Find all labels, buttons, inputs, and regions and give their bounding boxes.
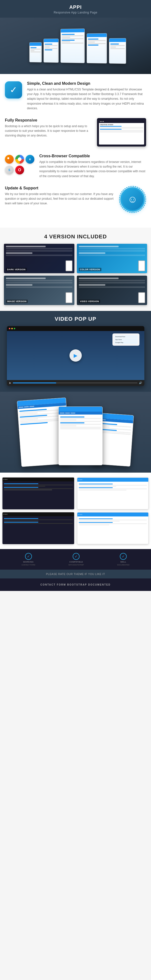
bottom-mockup-grid	[2, 477, 149, 544]
version-label-image: IMAGE VERSION	[6, 300, 28, 303]
badge-check-bootstrap: ✓	[73, 553, 80, 560]
checkmark-icon: ✓	[5, 81, 22, 99]
version-card-image: IMAGE VERSION	[4, 275, 74, 305]
feature-crossbrowser-text: Cross-Browser Compatible Appi is compati…	[39, 154, 146, 178]
video-top-bar	[7, 326, 145, 331]
version-section-title: 4 VERSION INCLUDED	[4, 234, 147, 240]
version-phone-video	[138, 292, 145, 303]
feature-crossbrowser: e S O Cross-Browser Compatible Appi is c…	[5, 154, 146, 178]
badge-sub-contact: CONTACT FORM	[22, 564, 35, 566]
feature-main-text: Simple, Clean and Modern Design Appi is …	[27, 81, 146, 111]
feature-main-body: Appi is a clean and functional HTML/CSS …	[27, 87, 146, 111]
opera-icon: O	[15, 165, 24, 175]
badge-contact-form: ✓ WORKING CONTACT FORM	[22, 553, 35, 566]
lm-card-center	[58, 406, 103, 465]
badge-documented: ✓ WELL DOCUMENTED	[117, 553, 129, 566]
mock-card-3	[60, 29, 85, 63]
chat-message-2: App Store	[114, 338, 138, 341]
badge-bootstrap: ✓ COMPATIBLE WITH BOOTSTRAP	[69, 553, 84, 566]
version-card-dark: DARK VERSION	[4, 244, 74, 273]
mock-card-1	[29, 42, 42, 62]
bottom-showcase	[0, 473, 151, 549]
chat-message-1: Download Now	[114, 336, 138, 338]
video-controls: ▶ 🔊	[7, 380, 145, 386]
feature-support: Update & Support We try our best to prov…	[5, 186, 146, 213]
footer-badges: ✓ WORKING CONTACT FORM ✓ COMPATIBLE WITH…	[0, 549, 151, 570]
support-smiley-icon: ☺	[120, 187, 145, 212]
volume-icon[interactable]: 🔊	[139, 382, 142, 384]
safari-icon: S	[5, 165, 14, 175]
page-title: APPI	[2, 5, 149, 10]
feature-support-body: We try our best to provide world top cla…	[5, 192, 114, 206]
feature-responsive-title: Fully Responsive	[5, 118, 92, 123]
chat-message-3: Google Play	[114, 341, 138, 344]
badge-sub-documented: DOCUMENTED	[117, 564, 129, 566]
layered-mockups	[19, 399, 132, 465]
badge-label-contact: WORKING	[23, 561, 34, 563]
version-card-color: COLOR VERSION	[77, 244, 147, 273]
feature-main-icon-wrap: ✓	[5, 81, 22, 99]
feature-support-text: Update & Support We try our best to prov…	[5, 186, 114, 206]
firefox-icon	[5, 155, 14, 164]
feature-browser-icons: e S O	[5, 154, 34, 175]
window-maximize-dot	[14, 328, 15, 329]
cta-text: PLEASE RATE OUR THEME IF YOU LIKE IT	[3, 573, 148, 576]
chrome-icon	[15, 155, 24, 164]
version-phone-dark	[66, 261, 72, 271]
window-close-dot	[9, 328, 10, 329]
hero-mockup	[29, 28, 126, 64]
version-grid: DARK VERSION COLOR VERSION IMAGE V	[4, 244, 147, 305]
badge-label-bootstrap: COMPATIBLE	[69, 561, 83, 563]
version-label-color: COLOR VERSION	[79, 268, 101, 271]
window-minimize-dot	[11, 328, 13, 329]
mock-card-2	[43, 38, 58, 62]
video-screen: ▶ Download Now App Store Google Play	[7, 331, 145, 380]
video-section-title: VIDEO POP UP	[4, 316, 147, 322]
feature-responsive: Fully Responsive Bootstrap is a which he…	[5, 118, 146, 146]
bm-dark-2	[2, 512, 74, 544]
contact-footer: CONTACT FORM BOOTSTRAP DOCUMENTED	[0, 578, 151, 591]
hero-section	[0, 18, 151, 74]
responsive-device-mock: CREATIVE STUDIO	[97, 118, 146, 146]
ie-icon: e	[26, 155, 34, 164]
bm-dark-1	[2, 477, 74, 509]
version-section: 4 VERSION INCLUDED DARK VERSION COLOR VE…	[0, 228, 151, 311]
feature-responsive-text: Fully Responsive Bootstrap is a which he…	[5, 118, 92, 138]
badge-check-documented: ✓	[120, 553, 127, 560]
contact-footer-text: CONTACT FORM BOOTSTRAP DOCUMENTED	[2, 583, 149, 586]
badge-sub-bootstrap: WITH BOOTSTRAP	[69, 564, 84, 566]
play-button[interactable]: ▶	[69, 349, 82, 362]
feature-support-icon: ☺	[119, 186, 146, 213]
badge-label-documented: WELL	[120, 561, 126, 563]
version-label-dark: DARK VERSION	[6, 268, 27, 271]
video-chat-overlay: Download Now App Store Google Play	[112, 333, 140, 346]
version-card-video: VIDEO VERSION	[77, 275, 147, 305]
video-frame: ▶ Download Now App Store Google Play ▶ 🔊	[7, 326, 145, 386]
play-ctrl-icon[interactable]: ▶	[9, 382, 11, 384]
version-label-video: VIDEO VERSION	[79, 300, 100, 303]
feature-crossbrowser-title: Cross-Browser Compatible	[39, 154, 146, 158]
mock-card-4	[87, 33, 107, 64]
page-header: APPI Responsive App Landing Page	[0, 0, 151, 18]
badge-check-contact: ✓	[25, 553, 32, 560]
mock-card-5	[109, 38, 126, 64]
bm-light-2	[77, 512, 149, 544]
video-progress-bar[interactable]	[13, 382, 138, 383]
version-phone-color	[138, 261, 145, 271]
video-section: VIDEO POP UP ▶ Download Now App Store Go…	[0, 311, 151, 392]
page-subtitle: Responsive App Landing Page	[2, 11, 149, 14]
features-section: ✓ Simple, Clean and Modern Design Appi i…	[0, 74, 151, 228]
final-cta: PLEASE RATE OUR THEME IF YOU LIKE IT	[0, 570, 151, 578]
progress-fill	[13, 382, 56, 383]
feature-main-title: Simple, Clean and Modern Design	[27, 81, 146, 86]
version-phone-image	[66, 292, 72, 303]
showcase-section	[0, 392, 151, 473]
feature-main: ✓ Simple, Clean and Modern Design Appi i…	[5, 81, 146, 111]
bm-light-1	[77, 477, 149, 509]
feature-crossbrowser-body: Appi is compatible to multiple browsers …	[39, 160, 146, 178]
feature-support-title: Update & Support	[5, 186, 114, 190]
feature-responsive-body: Bootstrap is a which helps you to be qui…	[5, 124, 92, 138]
